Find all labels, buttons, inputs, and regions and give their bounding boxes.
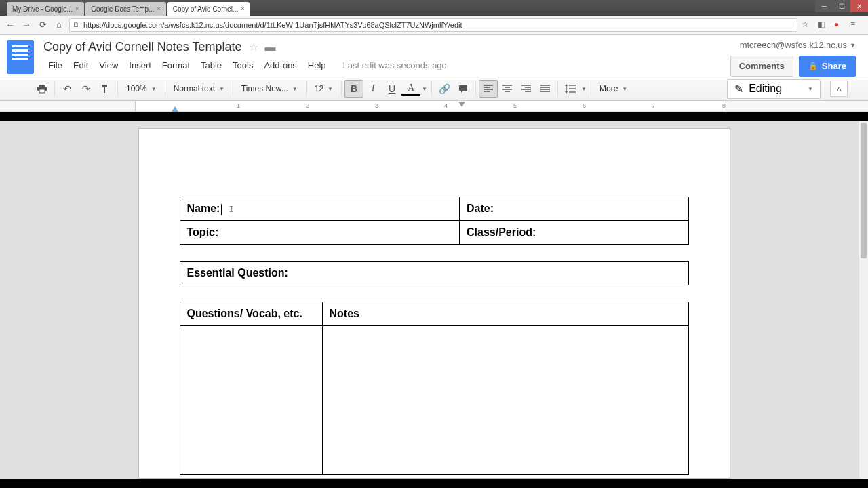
url-text: https://docs.google.com/a/wsfcs.k12.nc.u…: [83, 21, 462, 29]
align-left-icon[interactable]: [479, 80, 498, 98]
date-cell[interactable]: Date:: [460, 197, 689, 221]
notes-body-cell[interactable]: [322, 326, 688, 475]
last-edit-label: Last edit was seconds ago: [343, 60, 447, 70]
zoom-dropdown[interactable]: 100%▼: [121, 80, 162, 98]
chevron-down-icon: ▼: [151, 86, 157, 92]
tab-close-icon[interactable]: ×: [75, 5, 79, 12]
essential-question-table[interactable]: Essential Question:: [180, 261, 689, 285]
star-bookmark-icon[interactable]: ☆: [802, 20, 812, 30]
header-info-table[interactable]: Name:I Date: Topic: Class/Period:: [180, 197, 689, 245]
docs-logo-icon[interactable]: [7, 40, 34, 74]
redo-icon[interactable]: ↷: [77, 80, 96, 98]
menu-view[interactable]: View: [94, 58, 123, 73]
star-icon[interactable]: ☆: [249, 41, 258, 54]
chevron-down-icon: ▼: [292, 86, 298, 92]
home-icon[interactable]: ⌂: [53, 19, 65, 31]
essential-question-cell[interactable]: Essential Question:: [180, 262, 688, 285]
svg-marker-6: [461, 91, 463, 93]
window-close-icon[interactable]: ✕: [850, 0, 868, 12]
notes-header-cell[interactable]: Notes: [322, 302, 688, 326]
document-canvas[interactable]: Name:I Date: Topic: Class/Period: Essent…: [0, 121, 868, 479]
extension-icon[interactable]: ◧: [818, 20, 829, 30]
link-icon[interactable]: 🔗: [435, 80, 454, 98]
menu-edit[interactable]: Edit: [68, 58, 93, 73]
collapse-toolbar-icon[interactable]: ᐱ: [830, 81, 848, 97]
scrollbar-thumb[interactable]: [861, 123, 867, 258]
questions-body-cell[interactable]: [180, 326, 322, 475]
menu-insert[interactable]: Insert: [124, 58, 156, 73]
browser-tab-bar: My Drive - Google...× Google Docs Temp..…: [0, 0, 868, 16]
cornell-notes-table[interactable]: Questions/ Vocab, etc. Notes: [180, 302, 689, 475]
menu-file[interactable]: File: [43, 58, 67, 73]
more-dropdown[interactable]: More▼: [594, 80, 633, 98]
browser-tab[interactable]: My Drive - Google...×: [7, 2, 84, 16]
browser-tab[interactable]: Google Docs Temp...×: [85, 2, 165, 16]
menu-table[interactable]: Table: [196, 58, 226, 73]
comments-button[interactable]: Comments: [730, 56, 793, 77]
folder-icon[interactable]: ▬: [265, 41, 276, 54]
text-color-button[interactable]: A: [401, 81, 420, 96]
svg-rect-5: [459, 85, 467, 91]
svg-rect-3: [102, 85, 107, 87]
tab-close-icon[interactable]: ×: [241, 5, 244, 12]
bold-button[interactable]: B: [344, 80, 363, 98]
letterbox-bottom: [0, 479, 868, 488]
notifications-icon[interactable]: ●: [834, 20, 845, 30]
chevron-down-icon: ▼: [850, 42, 856, 49]
chevron-down-icon: ▼: [622, 86, 627, 92]
i-beam-cursor-icon: I: [229, 204, 234, 214]
svg-rect-0: [39, 85, 45, 87]
tab-close-icon[interactable]: ×: [157, 5, 160, 12]
text-color-caret[interactable]: ▼: [420, 80, 429, 98]
menu-tools[interactable]: Tools: [228, 58, 258, 73]
ruler[interactable]: 1 2 3 4 5 6 7 8: [0, 101, 868, 112]
underline-button[interactable]: U: [382, 80, 401, 98]
align-center-icon[interactable]: [498, 80, 517, 98]
svg-rect-2: [39, 89, 45, 93]
formatting-toolbar: ↶ ↷ 100%▼ Normal text▼ Times New...▼ 12▼…: [0, 77, 868, 101]
window-maximize-icon[interactable]: ☐: [833, 0, 850, 12]
menu-icon[interactable]: ≡: [850, 20, 861, 30]
italic-button[interactable]: I: [363, 80, 382, 98]
vertical-scrollbar[interactable]: [859, 121, 868, 479]
page-icon: 🗋: [73, 21, 81, 29]
questions-header-cell[interactable]: Questions/ Vocab, etc.: [180, 302, 322, 326]
class-period-cell[interactable]: Class/Period:: [460, 221, 689, 245]
paragraph-style-dropdown[interactable]: Normal text▼: [168, 80, 230, 98]
reload-icon[interactable]: ⟳: [37, 19, 49, 31]
topic-cell[interactable]: Topic:: [180, 221, 460, 245]
name-cell[interactable]: Name:I: [180, 197, 460, 221]
menu-format[interactable]: Format: [157, 58, 195, 73]
menu-help[interactable]: Help: [303, 58, 331, 73]
url-bar[interactable]: 🗋 https://docs.google.com/a/wsfcs.k12.nc…: [69, 18, 797, 32]
print-icon[interactable]: [33, 80, 52, 98]
window-minimize-icon[interactable]: ─: [815, 0, 833, 12]
share-button[interactable]: 🔒 Share: [799, 56, 856, 77]
editing-mode-dropdown[interactable]: ✎ Editing ▼: [727, 79, 821, 99]
svg-rect-4: [104, 87, 105, 93]
paint-format-icon[interactable]: [96, 80, 115, 98]
lock-icon: 🔒: [808, 62, 818, 70]
align-justify-icon[interactable]: [536, 80, 555, 98]
comment-icon[interactable]: [454, 80, 473, 98]
forward-icon[interactable]: →: [20, 19, 33, 31]
font-dropdown[interactable]: Times New...▼: [236, 80, 303, 98]
user-email[interactable]: mtcreech@wsfcs.k12.nc.us ▼: [740, 40, 856, 50]
document-page[interactable]: Name:I Date: Topic: Class/Period: Essent…: [138, 128, 730, 479]
line-spacing-caret[interactable]: ▼: [580, 80, 588, 98]
document-title[interactable]: Copy of Avid Cornell Notes Template: [43, 40, 242, 54]
font-size-dropdown[interactable]: 12▼: [309, 80, 338, 98]
chevron-down-icon: ▼: [808, 86, 813, 92]
menu-addons[interactable]: Add-ons: [259, 58, 301, 73]
chevron-down-icon: ▼: [219, 86, 224, 92]
browser-tab[interactable]: Copy of Avid Cornel...×: [167, 2, 250, 16]
line-spacing-icon[interactable]: [561, 80, 580, 98]
text-cursor: [221, 204, 222, 215]
browser-nav-bar: ← → ⟳ ⌂ 🗋 https://docs.google.com/a/wsfc…: [0, 16, 868, 35]
pencil-icon: ✎: [734, 83, 743, 96]
back-icon[interactable]: ←: [4, 19, 16, 31]
chevron-down-icon: ▼: [328, 86, 333, 92]
align-right-icon[interactable]: [517, 80, 536, 98]
undo-icon[interactable]: ↶: [58, 80, 77, 98]
